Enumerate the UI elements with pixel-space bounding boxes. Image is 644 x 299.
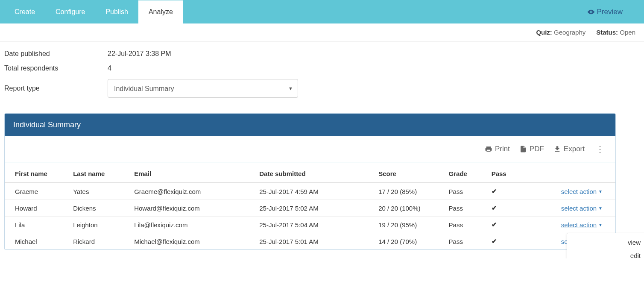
- dropdown-item-view[interactable]: view: [567, 236, 644, 249]
- select-action-link[interactable]: select action ▼: [561, 221, 603, 229]
- cell-grade: Pass: [445, 183, 487, 200]
- caret-down-icon: ▼: [598, 206, 603, 211]
- preview-label: Preview: [597, 8, 623, 16]
- print-button[interactable]: Print: [485, 145, 510, 153]
- cell-action: select action ▼: [530, 183, 615, 200]
- report-type-select[interactable]: Individual Summary: [108, 79, 298, 98]
- total-respondents-value: 4: [108, 64, 111, 72]
- table-row: HowardDickensHoward@flexiquiz.com25-Jul-…: [5, 200, 615, 217]
- results-table: First nameLast nameEmailDate submittedSc…: [5, 162, 615, 249]
- table-row: GraemeYatesGraeme@flexiquiz.com25-Jul-20…: [5, 183, 615, 200]
- tab-analyze[interactable]: Analyze: [138, 0, 183, 23]
- top-navbar: CreateConfigurePublishAnalyze Preview: [0, 0, 644, 23]
- col-action: [530, 162, 615, 183]
- preview-link[interactable]: Preview: [587, 8, 623, 16]
- check-icon: ✔: [492, 237, 497, 245]
- cell-pass: ✔: [487, 200, 530, 217]
- download-icon: [553, 145, 561, 153]
- main-content: Date published 22-Jul-2017 3:38 PM Total…: [0, 41, 620, 258]
- report-type-label: Report type: [4, 85, 108, 92]
- col-score[interactable]: Score: [374, 162, 444, 183]
- cell-action: select action ▼vieweditdelete: [530, 217, 615, 233]
- cell-date: 25-Jul-2017 5:02 AM: [255, 200, 374, 217]
- total-respondents-label: Total respondents: [4, 64, 108, 72]
- table-row: MichaelRickardMichael@flexiquiz.com25-Ju…: [5, 233, 615, 250]
- cell-last: Rickard: [69, 233, 130, 250]
- col-first-name[interactable]: First name: [5, 162, 69, 183]
- summary-panel: Individual Summary Print PDF Export ⋮ Fi…: [4, 113, 616, 250]
- table-row: LilaLeightonLila@flexiquiz.com25-Jul-201…: [5, 217, 615, 233]
- panel-toolbar: Print PDF Export ⋮: [5, 136, 615, 162]
- kebab-menu-icon[interactable]: ⋮: [594, 144, 606, 154]
- cell-first: Graeme: [5, 183, 69, 200]
- cell-date: 25-Jul-2017 5:01 AM: [255, 233, 374, 250]
- cell-first: Lila: [5, 217, 69, 233]
- date-published-value: 22-Jul-2017 3:38 PM: [108, 50, 171, 58]
- quiz-value: Geography: [554, 29, 585, 36]
- panel-title: Individual Summary: [5, 114, 615, 136]
- cell-score: 20 / 20 (100%): [374, 200, 444, 217]
- cell-pass: ✔: [487, 233, 530, 250]
- dropdown-item-edit[interactable]: edit: [567, 249, 644, 258]
- cell-email: Graeme@flexiquiz.com: [130, 183, 255, 200]
- select-action-link[interactable]: select action ▼: [561, 205, 603, 212]
- caret-down-icon: ▼: [598, 223, 603, 227]
- cell-grade: Pass: [445, 233, 487, 250]
- cell-email: Lila@flexiquiz.com: [130, 217, 255, 233]
- tab-publish[interactable]: Publish: [95, 0, 138, 23]
- tab-configure[interactable]: Configure: [45, 0, 95, 23]
- cell-score: 19 / 20 (95%): [374, 217, 444, 233]
- check-icon: ✔: [492, 188, 497, 195]
- col-date-submitted[interactable]: Date submitted: [255, 162, 374, 183]
- cell-date: 25-Jul-2017 4:59 AM: [255, 183, 374, 200]
- file-icon: [519, 145, 527, 153]
- cell-pass: ✔: [487, 217, 530, 233]
- check-icon: ✔: [492, 204, 497, 211]
- check-icon: ✔: [492, 221, 497, 228]
- cell-email: Howard@flexiquiz.com: [130, 200, 255, 217]
- select-action-link[interactable]: select action ▼: [561, 188, 603, 195]
- col-grade[interactable]: Grade: [445, 162, 487, 183]
- cell-last: Dickens: [69, 200, 130, 217]
- main-tabs: CreateConfigurePublishAnalyze: [4, 0, 183, 23]
- col-email[interactable]: Email: [130, 162, 255, 183]
- col-pass[interactable]: Pass: [487, 162, 530, 183]
- cell-grade: Pass: [445, 217, 487, 233]
- cell-email: Michael@flexiquiz.com: [130, 233, 255, 250]
- col-last-name[interactable]: Last name: [69, 162, 130, 183]
- status-label: Status:: [596, 29, 618, 36]
- caret-down-icon: ▼: [598, 189, 603, 194]
- tab-create[interactable]: Create: [4, 0, 45, 23]
- cell-score: 14 / 20 (70%): [374, 233, 444, 250]
- export-button[interactable]: Export: [553, 145, 585, 153]
- info-bar: Quiz: Geography Status: Open: [0, 23, 644, 41]
- cell-last: Leighton: [69, 217, 130, 233]
- cell-grade: Pass: [445, 200, 487, 217]
- print-icon: [485, 145, 492, 153]
- cell-last: Yates: [69, 183, 130, 200]
- cell-date: 25-Jul-2017 5:04 AM: [255, 217, 374, 233]
- pdf-label: PDF: [530, 145, 544, 153]
- action-dropdown: vieweditdelete: [567, 233, 644, 258]
- cell-score: 17 / 20 (85%): [374, 183, 444, 200]
- pdf-button[interactable]: PDF: [519, 145, 544, 153]
- cell-pass: ✔: [487, 183, 530, 200]
- status-value: Open: [620, 29, 635, 36]
- eye-icon: [587, 8, 595, 16]
- quiz-label: Quiz:: [536, 29, 552, 36]
- print-label: Print: [495, 145, 510, 153]
- date-published-label: Date published: [4, 50, 108, 58]
- cell-first: Howard: [5, 200, 69, 217]
- export-label: Export: [564, 145, 585, 153]
- cell-action: select action ▼: [530, 200, 615, 217]
- cell-first: Michael: [5, 233, 69, 250]
